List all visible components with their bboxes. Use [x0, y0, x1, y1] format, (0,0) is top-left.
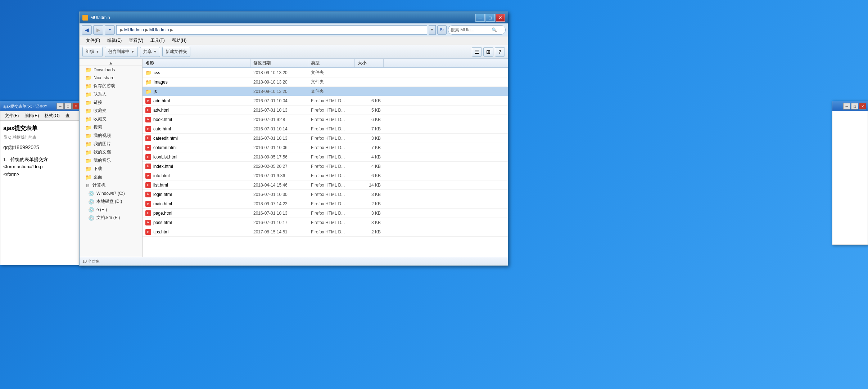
sidebar-item-my-documents[interactable]: 📁 我的文档	[80, 148, 142, 156]
menu-view[interactable]: 查看(V)	[125, 37, 147, 44]
sidebar-item-my-music[interactable]: 📁 我的音乐	[80, 156, 142, 165]
file-date-cell: 2018-04-14 15:46	[250, 183, 308, 188]
right-close-button[interactable]: ✕	[859, 103, 866, 109]
help-button[interactable]: ?	[495, 47, 505, 57]
breadcrumb-item-1[interactable]: MUIadmin	[124, 27, 144, 32]
sidebar-item-drive-f[interactable]: 💿 文档.km (F:)	[80, 214, 142, 222]
menu-help[interactable]: 帮助(H)	[168, 37, 190, 44]
sidebar-item-computer[interactable]: 🖥 计算机	[80, 181, 142, 189]
table-row[interactable]: H login.html 2016-07-01 10:30 Firefox HT…	[143, 190, 508, 199]
sidebar-item-drive-d[interactable]: 💿 本地磁盘 (D:)	[80, 197, 142, 206]
right-window-controls: ─ □ ✕	[843, 103, 866, 109]
table-row[interactable]: H list.html 2018-04-14 15:46 Firefox HTM…	[143, 180, 508, 190]
notepad-menu-more[interactable]: 查	[63, 112, 73, 120]
sidebar-item-contacts[interactable]: 📁 联系人	[80, 90, 142, 98]
table-row[interactable]: H book.html 2016-07-01 9:48 Firefox HTML…	[143, 115, 508, 124]
notepad-close-button[interactable]: ✕	[72, 103, 80, 109]
menu-tools[interactable]: 工具(T)	[147, 37, 168, 44]
sidebar-item-label-drive-d: 本地磁盘 (D:)	[96, 198, 122, 205]
menu-file[interactable]: 文件(F)	[82, 37, 104, 44]
file-name-text: css	[154, 70, 160, 75]
table-row[interactable]: 📁 css 2018-09-10 13:20 文件夹	[143, 68, 508, 77]
file-date-cell: 2016-07-01 10:17	[250, 220, 308, 225]
table-row[interactable]: H pass.html 2016-07-01 10:17 Firefox HTM…	[143, 218, 508, 227]
explorer-title-text: MUIadmin	[90, 15, 110, 20]
my-pictures-folder-icon: 📁	[85, 141, 91, 147]
explorer-minimize-button[interactable]: ─	[475, 14, 485, 22]
forward-button[interactable]: ▶	[93, 25, 103, 35]
view-details-button[interactable]: ☰	[472, 47, 482, 57]
table-row[interactable]: H main.html 2018-09-07 14:23 Firefox HTM…	[143, 199, 508, 209]
sidebar-item-download[interactable]: 📁 下载	[80, 165, 142, 173]
sidebar-item-saved-games[interactable]: 📁 保存的游戏	[80, 82, 142, 90]
sidebar-item-desktop[interactable]: 📁 桌面	[80, 173, 142, 181]
menu-edit[interactable]: 编辑(E)	[104, 37, 125, 44]
sidebar-item-my-video[interactable]: 📁 我的视频	[80, 131, 142, 140]
table-row[interactable]: H index.html 2020-02-05 20:27 Firefox HT…	[143, 162, 508, 171]
sidebar-item-drive-c[interactable]: 💿 Windows7 (C:)	[80, 189, 142, 197]
table-row[interactable]: H page.html 2016-07-01 10:13 Firefox HTM…	[143, 209, 508, 218]
sidebar-item-label-my-pictures: 我的图片	[94, 141, 111, 147]
table-row[interactable]: 📁 images 2018-09-10 13:20 文件夹	[143, 77, 508, 87]
html-file-icon: H	[145, 229, 151, 235]
search-input[interactable]	[451, 27, 490, 32]
file-name-text: add.html	[153, 98, 170, 103]
file-size-cell: 7 KB	[355, 126, 384, 131]
toolbar-share-button[interactable]: 共享 ▼	[140, 47, 160, 57]
view-pane-button[interactable]: ⊞	[483, 47, 493, 57]
share-arrow-icon: ▼	[153, 50, 157, 54]
toolbar-newfolder-button[interactable]: 新建文件夹	[162, 47, 190, 57]
file-size-cell: 4 KB	[355, 155, 384, 160]
right-maximize-button[interactable]: □	[851, 103, 858, 109]
table-row[interactable]: H cateedit.html 2016-07-01 10:13 Firefox…	[143, 134, 508, 143]
table-row[interactable]: H tips.html 2017-08-15 14:51 Firefox HTM…	[143, 227, 508, 237]
sidebar-item-search[interactable]: 📁 搜索	[80, 123, 142, 131]
notepad-menu-edit[interactable]: 编辑(E)	[22, 112, 42, 120]
back-button[interactable]: ◀	[82, 25, 92, 35]
notepad-maximize-button[interactable]: □	[64, 103, 72, 109]
breadcrumb-item-2[interactable]: MUIadmin	[149, 27, 169, 32]
col-header-name[interactable]: 名称	[143, 59, 250, 67]
table-row[interactable]: H info.html 2016-07-01 9:36 Firefox HTML…	[143, 171, 508, 180]
file-size-cell: 14 KB	[355, 183, 384, 188]
table-row[interactable]: H adv.html 2016-07-01 10:13 Firefox HTML…	[143, 106, 508, 115]
file-name-cell: H list.html	[143, 182, 250, 188]
file-date-cell: 2016-07-01 9:48	[250, 117, 308, 122]
col-header-date[interactable]: 修改日期	[250, 59, 308, 67]
sidebar-scroll-up[interactable]: ▲	[80, 60, 142, 66]
table-row[interactable]: H iconList.html 2018-09-05 17:56 Firefox…	[143, 152, 508, 162]
sidebar-item-nox-share[interactable]: 📁 Nox_share	[80, 74, 142, 82]
sidebar-item-label-my-video: 我的视频	[94, 133, 111, 139]
notepad-menu-file[interactable]: 文件(F)	[2, 112, 22, 120]
sidebar-item-my-pictures[interactable]: 📁 我的图片	[80, 140, 142, 148]
table-row[interactable]: H cate.html 2016-07-01 10:14 Firefox HTM…	[143, 124, 508, 134]
explorer-maximize-button[interactable]: □	[485, 14, 495, 22]
file-name-cell: H adv.html	[143, 107, 250, 113]
up-button[interactable]: ▾	[105, 25, 115, 35]
notepad-menu-format[interactable]: 格式(O)	[42, 112, 62, 120]
table-row[interactable]: 📁 js 2018-09-10 13:20 文件夹	[143, 87, 508, 96]
search-icon[interactable]: 🔍	[492, 27, 497, 32]
toolbar-library-button[interactable]: 包含到库中 ▼	[105, 47, 138, 57]
sidebar-item-downloads[interactable]: 📁 Downloads	[80, 66, 142, 74]
sidebar-item-favorites-1[interactable]: 📁 收藏夹	[80, 107, 142, 115]
sidebar-item-label-drive-f: 文档.km (F:)	[96, 215, 120, 221]
toolbar-right: ☰ ⊞ ?	[472, 47, 505, 57]
explorer-window: MUIadmin ─ □ ✕ ◀ ▶ ▾ ▶ MUIadmin ▶ MUIadm…	[79, 12, 508, 266]
address-dropdown[interactable]: ▼	[429, 25, 436, 35]
col-header-size[interactable]: 大小	[355, 59, 384, 67]
notepad-minimize-button[interactable]: ─	[56, 103, 64, 109]
my-music-folder-icon: 📁	[85, 158, 91, 164]
file-date-cell: 2016-07-01 10:14	[250, 126, 308, 131]
toolbar-organize-button[interactable]: 组织 ▼	[82, 47, 103, 57]
file-name-text: iconList.html	[153, 155, 177, 160]
sidebar-item-favorites-2[interactable]: 📁 收藏夹	[80, 115, 142, 123]
sidebar-item-links[interactable]: 📁 链接	[80, 98, 142, 107]
sidebar-item-drive-e[interactable]: 💿 e (E:)	[80, 206, 142, 214]
col-header-type[interactable]: 类型	[308, 59, 355, 67]
table-row[interactable]: H column.html 2016-07-01 10:06 Firefox H…	[143, 143, 508, 152]
refresh-button[interactable]: ↻	[437, 25, 447, 35]
explorer-close-button[interactable]: ✕	[496, 14, 505, 22]
right-minimize-button[interactable]: ─	[843, 103, 850, 109]
table-row[interactable]: H add.html 2016-07-01 10:04 Firefox HTML…	[143, 96, 508, 106]
